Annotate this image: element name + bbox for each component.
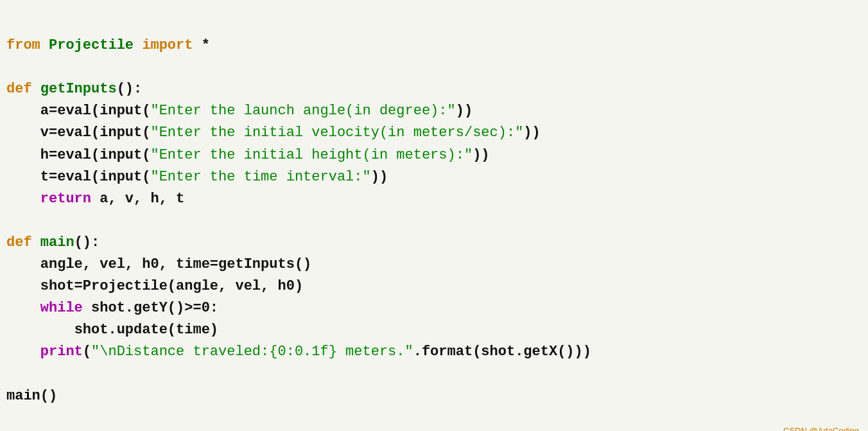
code-block: from Projectile import * def getInputs()…: [6, 13, 855, 429]
watermark: CSDN @AdaCoding: [783, 426, 859, 431]
line-angle-vel: angle, vel, h0, time=getInputs(): [6, 256, 311, 272]
code-container: from Projectile import * def getInputs()…: [0, 0, 868, 431]
line-h-eval: h=eval(input("Enter the initial height(i…: [6, 147, 490, 163]
line-while: while shot.getY()>=0:: [6, 300, 218, 316]
line-shot-projectile: shot=Projectile(angle, vel, h0): [6, 278, 303, 294]
line-a-eval: a=eval(input("Enter the launch angle(in …: [6, 103, 473, 119]
line-def-main: def main():: [6, 234, 100, 251]
line-shot-update: shot.update(time): [6, 322, 218, 338]
line-print: print("\nDistance traveled:{0:0.1f} mete…: [6, 344, 591, 360]
line-return: return a, v, h, t: [6, 191, 184, 207]
line-import: from Projectile import *: [6, 37, 210, 53]
line-main-call: main(): [6, 388, 57, 404]
line-def-getinputs: def getInputs():: [6, 81, 142, 97]
line-t-eval: t=eval(input("Enter the time interval:")…: [6, 169, 388, 185]
line-v-eval: v=eval(input("Enter the initial velocity…: [6, 125, 541, 141]
